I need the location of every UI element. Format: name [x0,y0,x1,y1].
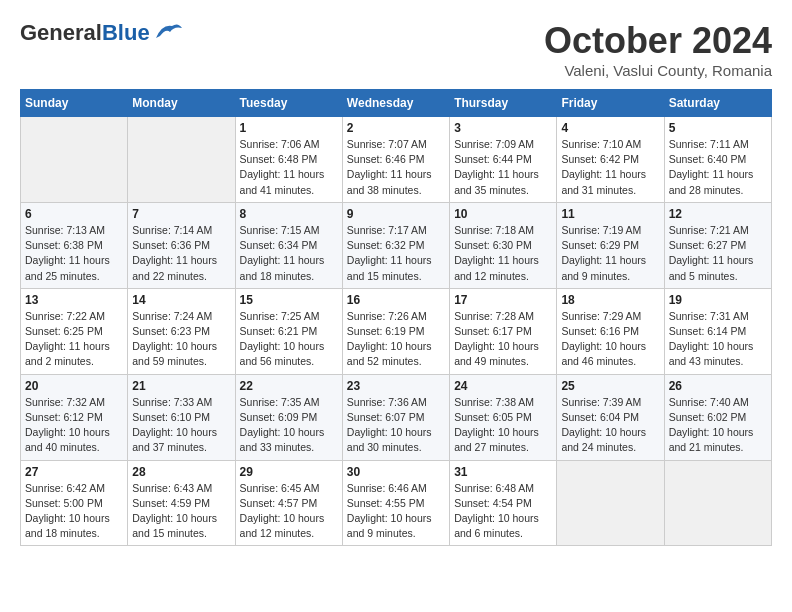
day-info: Sunrise: 7:11 AM Sunset: 6:40 PM Dayligh… [669,137,767,198]
day-info: Sunrise: 7:31 AM Sunset: 6:14 PM Dayligh… [669,309,767,370]
day-info: Sunrise: 7:39 AM Sunset: 6:04 PM Dayligh… [561,395,659,456]
day-number: 13 [25,293,123,307]
logo: GeneralBlue [20,20,184,46]
calendar-cell: 17Sunrise: 7:28 AM Sunset: 6:17 PM Dayli… [450,288,557,374]
calendar-cell: 28Sunrise: 6:43 AM Sunset: 4:59 PM Dayli… [128,460,235,546]
day-number: 21 [132,379,230,393]
day-number: 30 [347,465,445,479]
calendar-cell: 31Sunrise: 6:48 AM Sunset: 4:54 PM Dayli… [450,460,557,546]
day-number: 14 [132,293,230,307]
title-block: October 2024 Valeni, Vaslui County, Roma… [544,20,772,79]
calendar-cell [21,117,128,203]
calendar-cell [557,460,664,546]
calendar-cell [128,117,235,203]
calendar-cell: 6Sunrise: 7:13 AM Sunset: 6:38 PM Daylig… [21,202,128,288]
day-info: Sunrise: 7:33 AM Sunset: 6:10 PM Dayligh… [132,395,230,456]
day-number: 10 [454,207,552,221]
day-info: Sunrise: 6:46 AM Sunset: 4:55 PM Dayligh… [347,481,445,542]
calendar-table: SundayMondayTuesdayWednesdayThursdayFrid… [20,89,772,546]
day-number: 28 [132,465,230,479]
calendar-cell: 5Sunrise: 7:11 AM Sunset: 6:40 PM Daylig… [664,117,771,203]
day-info: Sunrise: 7:09 AM Sunset: 6:44 PM Dayligh… [454,137,552,198]
day-info: Sunrise: 7:25 AM Sunset: 6:21 PM Dayligh… [240,309,338,370]
day-info: Sunrise: 7:32 AM Sunset: 6:12 PM Dayligh… [25,395,123,456]
calendar-cell: 16Sunrise: 7:26 AM Sunset: 6:19 PM Dayli… [342,288,449,374]
calendar-cell: 4Sunrise: 7:10 AM Sunset: 6:42 PM Daylig… [557,117,664,203]
day-info: Sunrise: 7:29 AM Sunset: 6:16 PM Dayligh… [561,309,659,370]
weekday-header: Wednesday [342,90,449,117]
day-number: 4 [561,121,659,135]
calendar-cell: 3Sunrise: 7:09 AM Sunset: 6:44 PM Daylig… [450,117,557,203]
calendar-week-row: 27Sunrise: 6:42 AM Sunset: 5:00 PM Dayli… [21,460,772,546]
month-title: October 2024 [544,20,772,62]
day-info: Sunrise: 7:35 AM Sunset: 6:09 PM Dayligh… [240,395,338,456]
day-info: Sunrise: 7:06 AM Sunset: 6:48 PM Dayligh… [240,137,338,198]
day-info: Sunrise: 7:19 AM Sunset: 6:29 PM Dayligh… [561,223,659,284]
weekday-header: Friday [557,90,664,117]
day-number: 24 [454,379,552,393]
calendar-cell: 18Sunrise: 7:29 AM Sunset: 6:16 PM Dayli… [557,288,664,374]
calendar-cell: 14Sunrise: 7:24 AM Sunset: 6:23 PM Dayli… [128,288,235,374]
day-number: 17 [454,293,552,307]
day-number: 9 [347,207,445,221]
day-number: 20 [25,379,123,393]
day-info: Sunrise: 7:28 AM Sunset: 6:17 PM Dayligh… [454,309,552,370]
calendar-header-row: SundayMondayTuesdayWednesdayThursdayFrid… [21,90,772,117]
day-number: 23 [347,379,445,393]
page-header: GeneralBlue October 2024 Valeni, Vaslui … [20,20,772,79]
day-info: Sunrise: 6:42 AM Sunset: 5:00 PM Dayligh… [25,481,123,542]
day-number: 12 [669,207,767,221]
calendar-cell: 23Sunrise: 7:36 AM Sunset: 6:07 PM Dayli… [342,374,449,460]
day-number: 1 [240,121,338,135]
calendar-cell: 30Sunrise: 6:46 AM Sunset: 4:55 PM Dayli… [342,460,449,546]
weekday-header: Saturday [664,90,771,117]
logo-general: General [20,20,102,45]
calendar-cell [664,460,771,546]
weekday-header: Tuesday [235,90,342,117]
day-number: 3 [454,121,552,135]
calendar-cell: 9Sunrise: 7:17 AM Sunset: 6:32 PM Daylig… [342,202,449,288]
calendar-cell: 27Sunrise: 6:42 AM Sunset: 5:00 PM Dayli… [21,460,128,546]
calendar-week-row: 20Sunrise: 7:32 AM Sunset: 6:12 PM Dayli… [21,374,772,460]
calendar-cell: 12Sunrise: 7:21 AM Sunset: 6:27 PM Dayli… [664,202,771,288]
day-info: Sunrise: 7:15 AM Sunset: 6:34 PM Dayligh… [240,223,338,284]
day-info: Sunrise: 7:26 AM Sunset: 6:19 PM Dayligh… [347,309,445,370]
calendar-week-row: 6Sunrise: 7:13 AM Sunset: 6:38 PM Daylig… [21,202,772,288]
day-info: Sunrise: 6:48 AM Sunset: 4:54 PM Dayligh… [454,481,552,542]
day-info: Sunrise: 7:07 AM Sunset: 6:46 PM Dayligh… [347,137,445,198]
day-info: Sunrise: 7:22 AM Sunset: 6:25 PM Dayligh… [25,309,123,370]
calendar-cell: 11Sunrise: 7:19 AM Sunset: 6:29 PM Dayli… [557,202,664,288]
calendar-cell: 8Sunrise: 7:15 AM Sunset: 6:34 PM Daylig… [235,202,342,288]
calendar-cell: 15Sunrise: 7:25 AM Sunset: 6:21 PM Dayli… [235,288,342,374]
day-number: 11 [561,207,659,221]
day-info: Sunrise: 7:14 AM Sunset: 6:36 PM Dayligh… [132,223,230,284]
day-info: Sunrise: 6:43 AM Sunset: 4:59 PM Dayligh… [132,481,230,542]
calendar-cell: 7Sunrise: 7:14 AM Sunset: 6:36 PM Daylig… [128,202,235,288]
calendar-cell: 26Sunrise: 7:40 AM Sunset: 6:02 PM Dayli… [664,374,771,460]
day-number: 15 [240,293,338,307]
calendar-cell: 1Sunrise: 7:06 AM Sunset: 6:48 PM Daylig… [235,117,342,203]
calendar-cell: 29Sunrise: 6:45 AM Sunset: 4:57 PM Dayli… [235,460,342,546]
day-info: Sunrise: 7:17 AM Sunset: 6:32 PM Dayligh… [347,223,445,284]
location: Valeni, Vaslui County, Romania [544,62,772,79]
day-info: Sunrise: 7:40 AM Sunset: 6:02 PM Dayligh… [669,395,767,456]
day-number: 29 [240,465,338,479]
day-number: 7 [132,207,230,221]
weekday-header: Sunday [21,90,128,117]
day-info: Sunrise: 7:24 AM Sunset: 6:23 PM Dayligh… [132,309,230,370]
logo-bird-icon [152,20,184,42]
day-number: 31 [454,465,552,479]
day-number: 18 [561,293,659,307]
calendar-cell: 2Sunrise: 7:07 AM Sunset: 6:46 PM Daylig… [342,117,449,203]
day-number: 8 [240,207,338,221]
day-number: 19 [669,293,767,307]
logo-blue: Blue [102,20,150,45]
calendar-cell: 25Sunrise: 7:39 AM Sunset: 6:04 PM Dayli… [557,374,664,460]
weekday-header: Thursday [450,90,557,117]
day-info: Sunrise: 7:38 AM Sunset: 6:05 PM Dayligh… [454,395,552,456]
day-number: 6 [25,207,123,221]
day-number: 16 [347,293,445,307]
day-info: Sunrise: 7:10 AM Sunset: 6:42 PM Dayligh… [561,137,659,198]
calendar-cell: 22Sunrise: 7:35 AM Sunset: 6:09 PM Dayli… [235,374,342,460]
calendar-cell: 21Sunrise: 7:33 AM Sunset: 6:10 PM Dayli… [128,374,235,460]
